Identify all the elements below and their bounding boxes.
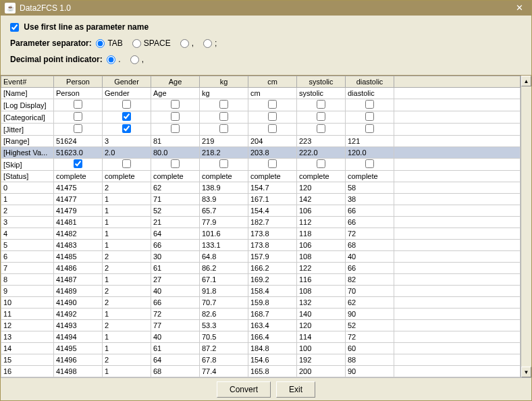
data-cell[interactable]: 72 (346, 228, 394, 240)
meta-cell[interactable] (200, 99, 248, 111)
data-cell[interactable]: 53.3 (200, 320, 248, 331)
meta-cell[interactable] (297, 111, 346, 124)
data-cell[interactable]: 200 (297, 366, 346, 377)
sep-comma-radio[interactable]: , (180, 38, 194, 48)
data-cell[interactable]: 4 (1, 228, 54, 240)
data-cell[interactable]: 70 (346, 286, 394, 297)
meta-cell[interactable]: 223 (297, 136, 346, 147)
meta-checkbox[interactable] (268, 100, 277, 109)
data-cell[interactable]: 9 (1, 286, 54, 297)
meta-cell[interactable]: complete (248, 171, 297, 182)
data-cell[interactable]: 168.7 (248, 309, 297, 320)
meta-cell[interactable]: complete (200, 171, 248, 182)
meta-cell[interactable]: 120.0 (346, 147, 394, 159)
data-cell[interactable]: 41495 (54, 343, 103, 354)
meta-checkbox[interactable] (74, 100, 82, 109)
meta-checkbox[interactable] (122, 159, 131, 168)
data-cell[interactable]: 41482 (54, 228, 103, 240)
meta-checkbox[interactable] (317, 112, 325, 121)
data-cell[interactable]: 154.4 (248, 205, 297, 217)
data-cell[interactable]: 106 (297, 240, 346, 251)
data-cell[interactable]: 3 (1, 217, 54, 228)
meta-cell[interactable] (297, 159, 346, 171)
meta-cell[interactable] (103, 111, 151, 124)
data-cell[interactable]: 82 (346, 274, 394, 286)
data-cell[interactable]: 1 (103, 217, 151, 228)
data-cell[interactable]: 64 (151, 228, 200, 240)
meta-cell[interactable] (346, 159, 394, 171)
meta-checkbox[interactable] (122, 124, 131, 133)
dec-comma-radio[interactable]: , (130, 55, 144, 64)
data-cell[interactable]: 1 (103, 205, 151, 217)
meta-cell[interactable]: Age (151, 88, 200, 99)
data-cell[interactable]: 66 (151, 240, 200, 251)
dec-dot-radio[interactable]: . (107, 55, 120, 64)
data-cell[interactable]: 41490 (54, 297, 103, 309)
scroll-track[interactable] (521, 86, 531, 367)
meta-cell[interactable] (200, 159, 248, 171)
data-cell[interactable]: 158.4 (248, 286, 297, 297)
data-cell[interactable]: 120 (297, 320, 346, 331)
meta-checkbox[interactable] (122, 112, 131, 121)
data-cell[interactable]: 2 (103, 286, 151, 297)
data-cell[interactable]: 41494 (54, 331, 103, 343)
data-cell[interactable]: 68 (151, 366, 200, 377)
data-cell[interactable]: 108 (297, 251, 346, 263)
data-cell[interactable]: 40 (346, 251, 394, 263)
meta-cell[interactable]: diastolic (346, 88, 394, 99)
data-cell[interactable]: 1 (103, 274, 151, 286)
data-cell[interactable]: 77.9 (200, 217, 248, 228)
data-cell[interactable]: 41475 (54, 182, 103, 194)
sep-space-radio[interactable]: SPACE (132, 38, 171, 48)
meta-cell[interactable] (151, 111, 200, 124)
data-cell[interactable]: 1 (103, 240, 151, 251)
data-cell[interactable]: 165.8 (248, 366, 297, 377)
data-cell[interactable]: 64.8 (200, 251, 248, 263)
data-cell[interactable]: 142 (297, 194, 346, 205)
data-cell[interactable]: 1 (103, 228, 151, 240)
meta-cell[interactable]: 51624 (54, 136, 103, 147)
data-cell[interactable]: 159.8 (248, 297, 297, 309)
data-cell[interactable]: 82.6 (200, 309, 248, 320)
data-cell[interactable]: 112 (297, 217, 346, 228)
meta-checkbox[interactable] (219, 159, 228, 168)
meta-cell[interactable] (200, 111, 248, 124)
data-cell[interactable]: 5 (1, 240, 54, 251)
column-header[interactable]: diastolic (346, 76, 394, 88)
meta-cell[interactable]: 218.2 (200, 147, 248, 159)
data-cell[interactable]: 173.8 (248, 240, 297, 251)
data-cell[interactable]: 77.4 (200, 366, 248, 377)
scroll-up-button[interactable]: ▲ (521, 76, 531, 86)
data-cell[interactable]: 2 (103, 354, 151, 366)
data-cell[interactable]: 67.1 (200, 274, 248, 286)
meta-checkbox[interactable] (171, 124, 180, 133)
data-cell[interactable]: 167.1 (248, 194, 297, 205)
data-cell[interactable]: 118 (297, 228, 346, 240)
meta-cell[interactable] (103, 124, 151, 136)
use-first-line-input[interactable] (10, 23, 19, 32)
data-cell[interactable]: 169.2 (248, 274, 297, 286)
data-cell[interactable]: 83.9 (200, 194, 248, 205)
meta-cell[interactable]: 81 (151, 136, 200, 147)
data-cell[interactable]: 41481 (54, 217, 103, 228)
data-cell[interactable]: 62 (346, 297, 394, 309)
column-header[interactable]: cm (248, 76, 297, 88)
data-cell[interactable]: 11 (1, 309, 54, 320)
meta-checkbox[interactable] (219, 112, 228, 121)
data-cell[interactable]: 140 (297, 309, 346, 320)
column-header[interactable]: Gender (103, 76, 151, 88)
data-cell[interactable]: 68 (346, 240, 394, 251)
data-cell[interactable]: 133.1 (200, 240, 248, 251)
meta-cell[interactable] (248, 111, 297, 124)
data-cell[interactable]: 8 (1, 274, 54, 286)
data-cell[interactable]: 41493 (54, 320, 103, 331)
data-cell[interactable]: 1 (103, 331, 151, 343)
column-header[interactable]: systolic (297, 76, 346, 88)
data-cell[interactable]: 52 (151, 205, 200, 217)
data-cell[interactable]: 86.2 (200, 263, 248, 274)
meta-checkbox[interactable] (268, 124, 277, 133)
data-cell[interactable]: 1 (103, 366, 151, 377)
data-cell[interactable]: 41479 (54, 205, 103, 217)
meta-checkbox[interactable] (317, 159, 325, 168)
data-cell[interactable]: 2 (103, 320, 151, 331)
